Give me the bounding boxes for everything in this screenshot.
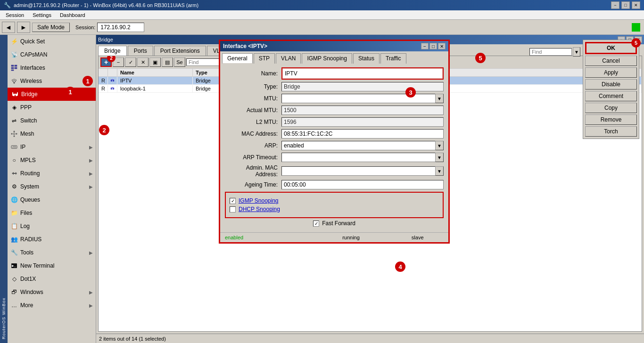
sidebar-item-new-terminal[interactable]: ▶_ New Terminal xyxy=(8,259,96,272)
search-button[interactable]: Se xyxy=(174,57,185,67)
sidebar-item-radius[interactable]: 👥 RADIUS xyxy=(8,233,96,246)
menu-dashboard[interactable]: Dashboard xyxy=(56,11,89,19)
svg-point-5 xyxy=(14,82,15,84)
tab-port-extensions[interactable]: Port Extensions xyxy=(154,46,206,56)
sidebar-item-quick-set[interactable]: ⚡ Quick Set xyxy=(8,35,96,48)
sidebar-label-interfaces: Interfaces xyxy=(20,65,93,71)
sidebar-label-mesh: Mesh xyxy=(20,131,93,137)
windows-icon: 🗗 xyxy=(10,288,18,296)
remove-button[interactable]: Remove xyxy=(585,114,637,125)
arp-timeout-dropdown[interactable]: ▼ xyxy=(435,153,444,162)
cancel-button[interactable]: Cancel xyxy=(585,56,637,66)
tab-bridge[interactable]: Bridge xyxy=(98,46,127,56)
maximize-button[interactable]: □ xyxy=(621,1,630,9)
sidebar-label-switch: Switch xyxy=(20,117,93,124)
cell-flag-iptv: R xyxy=(99,77,108,84)
ok-button[interactable]: OK xyxy=(585,42,637,54)
sidebar-item-mpls[interactable]: ○ MPLS ▶ xyxy=(8,154,96,167)
arp-dropdown[interactable]: ▼ xyxy=(435,141,444,150)
routing-arrow: ▶ xyxy=(89,171,93,176)
menu-bar: Session Settings Dashboard xyxy=(0,10,644,20)
sidebar-item-queues[interactable]: 🌐 Queues xyxy=(8,193,96,206)
main-layout: RouterOS WinBox ⚡ Quick Set 📡 CAPsMAN In… xyxy=(0,35,644,343)
disable-toolbar-button[interactable]: ✕ xyxy=(137,57,149,67)
ageing-label: Ageing Time: xyxy=(225,181,281,188)
dialog-close-button[interactable]: ✕ xyxy=(438,43,446,49)
settings-button[interactable]: ▣ xyxy=(149,57,161,67)
minimize-button[interactable]: − xyxy=(611,1,619,9)
find-input[interactable] xyxy=(186,58,224,66)
sidebar-item-ip[interactable]: 255 IP ▶ xyxy=(8,140,96,154)
sidebar-label-files: Files xyxy=(20,210,93,216)
name-label: Name: xyxy=(225,70,281,77)
dialog-tabs: General STP VLAN IGMP Snooping Status Tr… xyxy=(220,51,448,64)
sidebar-item-mesh[interactable]: Mesh xyxy=(8,127,96,140)
windows-arrow: ▶ xyxy=(89,290,93,295)
sidebar-label-ip: IP xyxy=(20,144,87,150)
sidebar-item-more[interactable]: … More ▶ xyxy=(8,299,96,312)
mpls-arrow: ▶ xyxy=(89,158,93,163)
dialog-maximize-button[interactable]: □ xyxy=(429,43,437,49)
sidebar-item-system[interactable]: ⚙ System ▶ xyxy=(8,180,96,193)
name-input[interactable] xyxy=(283,69,442,78)
sidebar-item-wireless[interactable]: Wireless 1 xyxy=(8,74,96,88)
badge-5: 5 xyxy=(475,53,486,63)
close-button[interactable]: ✕ xyxy=(632,1,640,9)
safe-mode-button[interactable]: Safe Mode xyxy=(32,23,70,32)
bridge-find-input[interactable] xyxy=(529,48,572,56)
tab-general[interactable]: General xyxy=(222,53,253,64)
ageing-input[interactable] xyxy=(281,180,444,189)
copy-button[interactable]: Copy xyxy=(585,103,637,113)
sidebar-item-routing[interactable]: Routing ▶ xyxy=(8,167,96,180)
back-button[interactable]: ◄ xyxy=(2,22,15,33)
arp-input[interactable] xyxy=(281,141,435,150)
menu-session[interactable]: Session xyxy=(2,11,28,19)
enable-button[interactable]: ✓ xyxy=(125,57,136,67)
svg-point-25 xyxy=(112,79,113,80)
forward-button[interactable]: ► xyxy=(17,22,30,33)
torch-button[interactable]: Torch xyxy=(585,126,637,137)
sidebar-item-switch[interactable]: ⇌ Switch xyxy=(8,114,96,127)
admin-mac-dropdown[interactable]: ▼ xyxy=(435,166,444,176)
comment-button[interactable]: Comment xyxy=(585,91,637,101)
badge-4: 4 xyxy=(395,261,405,272)
sidebar-item-files[interactable]: 📁 Files xyxy=(8,206,96,220)
find-dropdown-button[interactable]: ▼ xyxy=(573,47,580,57)
sidebar-item-interfaces[interactable]: Interfaces xyxy=(8,61,96,74)
interfaces-icon xyxy=(10,64,18,72)
arp-timeout-input[interactable] xyxy=(281,153,435,162)
sidebar-item-windows[interactable]: 🗗 Windows ▶ xyxy=(8,286,96,299)
dhcp-snooping-checkbox[interactable] xyxy=(230,206,236,212)
sidebar-label-queues: Queues xyxy=(20,196,93,203)
tab-status[interactable]: Status xyxy=(353,53,380,64)
apply-button[interactable]: Apply xyxy=(585,67,637,78)
sidebar-item-dot1x[interactable]: ◇ Dot1X xyxy=(8,272,96,286)
sidebar-item-ppp[interactable]: ◈ PPP xyxy=(8,101,96,114)
fast-forward-checkbox[interactable]: ✓ xyxy=(313,220,319,227)
menu-settings[interactable]: Settings xyxy=(29,11,55,19)
disable-button[interactable]: Disable xyxy=(585,79,637,90)
tab-stp[interactable]: STP xyxy=(254,53,275,64)
mac-input[interactable] xyxy=(281,129,444,139)
admin-mac-input[interactable] xyxy=(281,166,435,176)
igmp-snooping-checkbox[interactable]: ✓ xyxy=(230,198,236,204)
status-text: 2 items out of 14 (1 selected) xyxy=(99,336,166,342)
sidebar-item-capsman[interactable]: 📡 CAPsMAN xyxy=(8,48,96,61)
sidebar-item-tools[interactable]: 🔧 Tools ▶ xyxy=(8,246,96,259)
svg-rect-29 xyxy=(111,89,112,90)
connection-indicator xyxy=(632,23,640,32)
tab-ports[interactable]: Ports xyxy=(128,46,153,56)
dialog-title-buttons: − □ ✕ xyxy=(421,43,446,49)
dialog-minimize-button[interactable]: − xyxy=(421,43,429,49)
filter-button[interactable]: ▤ xyxy=(162,57,173,67)
tab-traffic[interactable]: Traffic xyxy=(380,53,406,64)
sidebar-item-bridge[interactable]: Bridge xyxy=(8,88,96,101)
sidebar-item-log[interactable]: 📋 Log xyxy=(8,220,96,233)
mtu-dropdown[interactable]: ▼ xyxy=(435,94,444,103)
admin-mac-label: Admin. MAC Address: xyxy=(225,164,281,178)
svg-rect-0 xyxy=(11,65,14,66)
sidebar-label-log: Log xyxy=(20,223,93,229)
l2-mtu-input xyxy=(281,117,444,127)
tab-igmp-snooping[interactable]: IGMP Snooping xyxy=(302,53,352,64)
tab-vlan[interactable]: VLAN xyxy=(276,53,301,64)
